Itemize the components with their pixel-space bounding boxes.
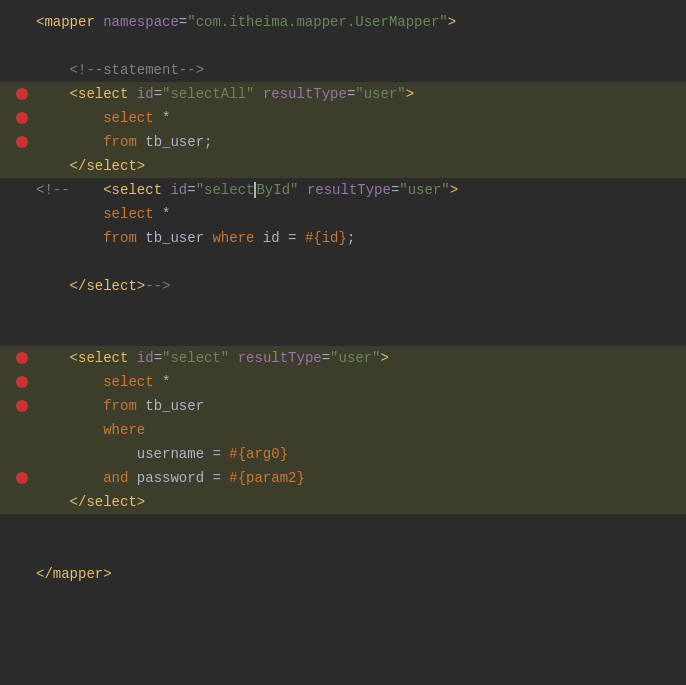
plain-token: tb_user bbox=[137, 398, 204, 414]
attr-name-token: id bbox=[170, 182, 187, 198]
code-line: from tb_user; bbox=[0, 130, 686, 154]
tag-token: > bbox=[450, 182, 458, 198]
line-content: </mapper> bbox=[36, 566, 686, 582]
line-content: </select> bbox=[36, 158, 686, 174]
tag-token: > bbox=[406, 86, 414, 102]
line-content: where bbox=[36, 422, 686, 438]
attr-name-token: namespace bbox=[103, 14, 179, 30]
plain-token: tb_user bbox=[137, 230, 213, 246]
breakpoint-indicator bbox=[16, 472, 28, 484]
keyword-token: from bbox=[103, 230, 137, 246]
plain-token: = bbox=[187, 182, 195, 198]
plain-token: = bbox=[322, 350, 330, 366]
line-gutter bbox=[8, 376, 36, 388]
breakpoint-indicator bbox=[16, 112, 28, 124]
line-gutter bbox=[8, 136, 36, 148]
line-gutter bbox=[8, 352, 36, 364]
code-line: select * bbox=[0, 202, 686, 226]
line-gutter bbox=[8, 112, 36, 124]
code-line: and password = #{param2} bbox=[0, 466, 686, 490]
plain-token: * bbox=[154, 206, 171, 222]
line-content bbox=[36, 302, 686, 318]
code-line: select * bbox=[0, 106, 686, 130]
tag-token: <mapper bbox=[36, 14, 103, 30]
code-line bbox=[0, 298, 686, 322]
code-line: <mapper namespace="com.itheima.mapper.Us… bbox=[0, 10, 686, 34]
plain-token: * bbox=[154, 110, 171, 126]
tag-token: </mapper> bbox=[36, 566, 112, 582]
line-content bbox=[36, 254, 686, 270]
line-content bbox=[36, 542, 686, 558]
keyword-token: where bbox=[36, 422, 145, 438]
attr-name-token: resultType bbox=[263, 86, 347, 102]
line-content: select * bbox=[36, 206, 686, 222]
breakpoint-indicator bbox=[16, 352, 28, 364]
plain-token bbox=[298, 182, 306, 198]
plain-token: username = bbox=[36, 446, 229, 462]
attr-value-token: ById" bbox=[256, 182, 298, 198]
plain-token: = bbox=[154, 350, 162, 366]
plain-token: tb_user; bbox=[137, 134, 213, 150]
code-line: <!-- <select id="selectById" resultType=… bbox=[0, 178, 686, 202]
line-content: select * bbox=[36, 374, 686, 390]
attr-value-token: "user" bbox=[399, 182, 449, 198]
attr-name-token: resultType bbox=[307, 182, 391, 198]
code-line: from tb_user bbox=[0, 394, 686, 418]
code-editor[interactable]: <mapper namespace="com.itheima.mapper.Us… bbox=[0, 0, 686, 685]
line-content: </select>--> bbox=[36, 278, 686, 294]
plain-token: = bbox=[179, 14, 187, 30]
plain-token: id = bbox=[254, 230, 304, 246]
code-line: <select id="select" resultType="user"> bbox=[0, 346, 686, 370]
code-line: where bbox=[0, 418, 686, 442]
attr-value-token: "com.itheima.mapper.UserMapper" bbox=[187, 14, 447, 30]
plain-token: password = bbox=[128, 470, 229, 486]
code-line bbox=[0, 538, 686, 562]
code-line: </select>--> bbox=[0, 274, 686, 298]
code-line: <select id="selectAll" resultType="user"… bbox=[0, 82, 686, 106]
attr-name-token: resultType bbox=[238, 350, 322, 366]
line-gutter bbox=[8, 400, 36, 412]
tag-token: > bbox=[381, 350, 389, 366]
code-line: <!--statement--> bbox=[0, 58, 686, 82]
line-content: and password = #{param2} bbox=[36, 470, 686, 486]
plain-token: ; bbox=[347, 230, 355, 246]
hash-param-token: #{arg0} bbox=[229, 446, 288, 462]
plain-token: * bbox=[154, 374, 171, 390]
breakpoint-indicator bbox=[16, 136, 28, 148]
plain-token bbox=[36, 206, 103, 222]
keyword-token: from bbox=[36, 134, 137, 150]
attr-value-token: "user" bbox=[330, 350, 380, 366]
tag-token: </select> bbox=[36, 494, 145, 510]
code-line: </select> bbox=[0, 490, 686, 514]
line-content: <mapper namespace="com.itheima.mapper.Us… bbox=[36, 14, 686, 30]
tag-token: </select> bbox=[36, 278, 145, 294]
line-content bbox=[36, 38, 686, 54]
tag-token: <select bbox=[36, 86, 137, 102]
code-line bbox=[0, 322, 686, 346]
keyword-token: select bbox=[36, 110, 154, 126]
line-content: </select> bbox=[36, 494, 686, 510]
plain-token bbox=[229, 350, 237, 366]
hash-param-token: #{id} bbox=[305, 230, 347, 246]
line-content: from tb_user where id = #{id}; bbox=[36, 230, 686, 246]
code-line bbox=[0, 34, 686, 58]
line-content: <select id="select" resultType="user"> bbox=[36, 350, 686, 366]
keyword-token: from bbox=[36, 398, 137, 414]
code-line: username = #{arg0} bbox=[0, 442, 686, 466]
line-content: <select id="selectAll" resultType="user"… bbox=[36, 86, 686, 102]
plain-token: = bbox=[154, 86, 162, 102]
attr-name-token: id bbox=[137, 86, 154, 102]
attr-value-token: "select" bbox=[162, 350, 229, 366]
line-content: <!-- <select id="selectById" resultType=… bbox=[36, 182, 686, 198]
plain-token bbox=[254, 86, 262, 102]
code-line bbox=[0, 250, 686, 274]
line-gutter bbox=[8, 88, 36, 100]
tag-token: <select bbox=[103, 182, 170, 198]
code-line: from tb_user where id = #{id}; bbox=[0, 226, 686, 250]
code-line: </select> bbox=[0, 154, 686, 178]
line-content: from tb_user bbox=[36, 398, 686, 414]
breakpoint-indicator bbox=[16, 88, 28, 100]
attr-value-token: "user" bbox=[355, 86, 405, 102]
comment-token: <!--statement--> bbox=[36, 62, 204, 78]
line-content: username = #{arg0} bbox=[36, 446, 686, 462]
